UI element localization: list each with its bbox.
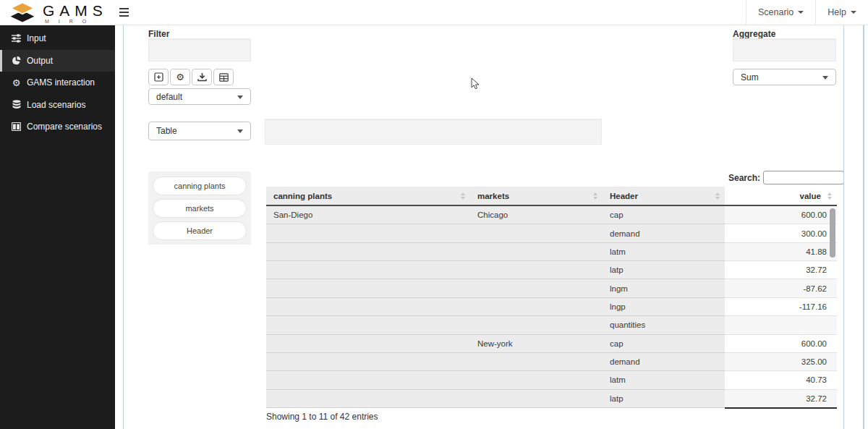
table-row: latm40.73 [266, 371, 837, 389]
gams-miro-logo: GAMS M I R O [9, 1, 108, 24]
sidebar-item-input[interactable]: Input [0, 27, 115, 50]
window-scrollbar-edge [863, 25, 864, 429]
table-scrollbar-thumb[interactable] [830, 208, 835, 258]
sort-icon [461, 192, 465, 200]
dimension-cell: lngm [603, 279, 725, 297]
help-menu[interactable]: Help [815, 0, 868, 25]
table-icon [219, 73, 229, 82]
aggregate-select-value: Sum [741, 72, 759, 82]
dimension-cell [470, 390, 603, 408]
dimension-cell [470, 261, 603, 279]
aggregate-function-select[interactable]: Sum [733, 69, 836, 85]
sort-icon [827, 192, 832, 200]
chevron-down-icon [237, 129, 243, 133]
column-header-canning-plants[interactable]: canning plants [266, 187, 470, 205]
dimension-cell [266, 224, 470, 242]
sidebar-item-load-scenarios[interactable]: Load scenarios [0, 94, 115, 116]
search-input[interactable] [763, 171, 844, 184]
sidebar-item-gams-interaction[interactable]: ⚙ GAMS interaction [0, 72, 115, 94]
sidebar-toggle-hamburger-icon[interactable] [119, 6, 132, 19]
renderer-select[interactable]: Table [148, 122, 251, 140]
sidebar-item-label: GAMS interaction [27, 77, 95, 88]
dimension-cell: New-york [470, 335, 603, 353]
sidebar-item-label: Input [27, 33, 46, 43]
sidebar-item-label: Load scenarios [27, 100, 85, 110]
value-cell [725, 316, 837, 334]
table-row: quantities [266, 316, 837, 334]
dimension-cell: cap [603, 206, 725, 224]
dimension-cell [266, 390, 470, 408]
pivot-dimension-list: canning plants markets Header [148, 171, 251, 245]
value-cell: 40.73 [725, 371, 837, 389]
dimension-cell: demand [603, 224, 725, 242]
column-header-header[interactable]: Header [603, 187, 725, 205]
pivot-table: canning plants markets Header value San-… [266, 187, 837, 408]
value-cell: 32.72 [725, 390, 837, 408]
dimension-cell: latm [603, 371, 725, 389]
table-view-button[interactable] [213, 69, 234, 85]
chevron-down-icon [851, 11, 856, 14]
table-header-row: canning plants markets Header value [266, 187, 837, 206]
dimension-cell [470, 353, 603, 371]
dimension-cell: cap [603, 335, 725, 353]
pill-canning-plants[interactable]: canning plants [153, 177, 247, 195]
value-cell: 600.00 [725, 335, 837, 353]
value-cell: -117.16 [725, 298, 837, 316]
table-entries-info: Showing 1 to 11 of 42 entries [266, 412, 378, 422]
column-header-label: canning plants [273, 192, 332, 200]
table-row: lngm-87.62 [266, 279, 837, 297]
dimension-cell [470, 224, 603, 242]
content-right-border [843, 25, 844, 429]
aggregate-input-box[interactable] [733, 38, 836, 61]
gear-icon: ⚙ [11, 78, 22, 88]
add-view-button[interactable] [148, 69, 169, 85]
table-row: San-DiegoChicagocap600.00 [266, 206, 837, 224]
column-header-value[interactable]: value [725, 187, 837, 205]
dimension-cell [470, 371, 603, 389]
dimension-cell: latp [603, 390, 725, 408]
view-select-value: default [156, 92, 182, 102]
top-bar: GAMS M I R O Scenario Help [0, 0, 868, 25]
filter-input-box[interactable] [148, 38, 251, 61]
pie-chart-icon [11, 56, 22, 65]
sidebar-item-output[interactable]: Output [0, 50, 115, 72]
value-cell: 600.00 [725, 206, 837, 224]
dimension-cell [266, 316, 470, 334]
value-cell: 41.88 [725, 243, 837, 261]
table-row: New-yorkcap600.00 [266, 335, 837, 353]
download-button[interactable] [192, 69, 212, 85]
table-bottom-border [725, 407, 837, 409]
brand-name: GAMS [43, 1, 108, 20]
settings-button[interactable]: ⚙ [170, 69, 190, 85]
pill-header[interactable]: Header [153, 221, 247, 240]
scenario-menu[interactable]: Scenario [746, 0, 815, 25]
search-label: Search: [728, 173, 760, 183]
value-cell: -87.62 [725, 279, 837, 297]
mouse-cursor-icon [471, 77, 480, 93]
table-row: demand300.00 [266, 224, 837, 242]
gear-icon: ⚙ [176, 72, 184, 82]
aggregate-section-label: Aggregate [733, 29, 775, 39]
help-menu-label: Help [827, 7, 846, 17]
value-cell: 325.00 [725, 353, 837, 371]
sidebar-item-label: Output [27, 56, 53, 66]
filter-section-label: Filter [148, 29, 169, 39]
sidebar-item-label: Compare scenarios [27, 122, 102, 132]
dimension-cell [266, 261, 470, 279]
sort-icon [715, 192, 720, 200]
pill-markets[interactable]: markets [153, 199, 247, 218]
column-header-markets[interactable]: markets [470, 187, 603, 205]
pivot-drop-zone[interactable] [265, 119, 602, 145]
content-left-border [123, 25, 124, 429]
view-select[interactable]: default [148, 88, 251, 105]
table-row: latm41.88 [266, 243, 837, 261]
value-cell: 300.00 [725, 224, 837, 242]
dimension-cell [266, 243, 470, 261]
sidebar-item-compare-scenarios[interactable]: Compare scenarios [0, 116, 115, 138]
table-body: San-DiegoChicagocap600.00demand300.00lat… [266, 206, 837, 408]
dimension-cell: Chicago [470, 206, 603, 224]
chevron-down-icon [237, 95, 243, 99]
dimension-cell [470, 243, 603, 261]
dimension-cell [266, 335, 470, 353]
table-toolbar: ⚙ [148, 69, 234, 85]
